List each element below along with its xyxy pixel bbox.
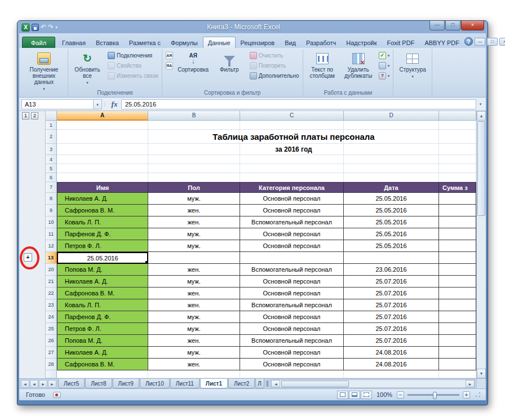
cell-A24[interactable]: Парфенов Д. Ф. [57,311,148,323]
row-header-13[interactable]: 13 [46,252,57,264]
cell-B25[interactable]: муж. [148,323,240,335]
cell-A6[interactable] [57,173,148,182]
row-header-7[interactable]: 7 [46,182,57,193]
cell-A9[interactable]: Сафронова В. М. [57,205,148,216]
cell-C8[interactable]: Основной персонал [240,193,344,205]
scroll-left-icon[interactable]: ◄ [271,380,280,387]
cell-B23[interactable]: жен. [148,299,240,311]
cell-C12[interactable]: Основной персонал [240,240,344,252]
cell-A1[interactable] [57,121,148,130]
sort-button[interactable]: АЯ ↓ Сортировка [176,50,211,89]
cell-E10[interactable] [439,216,476,228]
properties-button[interactable]: Свойства [106,61,160,70]
name-box-dropdown-icon[interactable]: ▾ [94,99,102,109]
cell-E12[interactable] [439,240,476,252]
cell-D11[interactable]: 25.05.2016 [344,228,439,240]
what-if-button[interactable]: ? ▾ [377,71,392,81]
zoom-in-button[interactable]: + [463,391,470,399]
cell-A25[interactable]: Петров Ф. Л. [57,323,148,335]
cell-C27[interactable]: Основной персонал [240,347,344,359]
horizontal-scrollbar[interactable]: ◄ ► [271,379,475,388]
select-all-corner[interactable] [46,111,57,121]
sheet-tab-Лист5[interactable]: Лист5 [58,379,85,388]
row-header-12[interactable]: 12 [46,240,57,252]
cell-A28[interactable]: Сафронова В. М. [57,359,148,370]
cell-A7[interactable]: Имя [57,182,148,193]
cell-D26[interactable]: 25.07.2016 [344,335,439,347]
ribbon-tab-Foxit PDF[interactable]: Foxit PDF [382,37,419,48]
sheet-tab-Лист8[interactable]: Лист8 [85,379,112,388]
cell-E26[interactable] [439,335,476,347]
cell-C4[interactable] [240,155,344,164]
ribbon-tab-Вставка[interactable]: Вставка [91,37,124,48]
ribbon-tab-ABBYY PDF[interactable]: ABBYY PDF [419,37,464,48]
cell-E5[interactable] [439,164,476,173]
cell-A3[interactable] [57,144,148,155]
refresh-all-button[interactable]: ↻ Обновить все ▾ [70,50,105,89]
sheet-tab-Лист2[interactable]: Лист2 [228,379,255,388]
cell-D21[interactable]: 25.07.2016 [344,276,439,288]
get-external-data-button[interactable]: Получение внешних данных ▾ [22,50,66,92]
cell-A4[interactable] [57,155,148,164]
doc-restore-icon[interactable]: □ [487,38,498,46]
ribbon-tab-Рецензиров[interactable]: Рецензиров [236,37,280,48]
cell-A21[interactable]: Николаев А. Д. [57,276,148,288]
cell-A10[interactable]: Коваль Л. П. [57,216,148,228]
cell-Ex[interactable] [439,370,476,378]
scroll-down-icon[interactable]: ▼ [477,369,486,378]
row-header-5[interactable]: 5 [46,164,57,173]
cell-Dx[interactable] [344,370,439,378]
row-header-partial[interactable] [46,370,57,378]
cell-A22[interactable]: Сафронова В. М. [57,288,148,299]
cell-E13[interactable] [439,252,476,264]
text-to-columns-button[interactable]: Текст по столбцам [305,50,340,89]
outline-expand-button[interactable]: + [24,253,32,262]
cell-C26[interactable]: Вспомогательный персонал [240,335,344,347]
ribbon-tab-Разметка с[interactable]: Разметка с [124,37,166,48]
cell-C24[interactable]: Основной персонал [240,311,344,323]
scroll-right-icon[interactable]: ► [466,380,475,387]
cell-D25[interactable]: 25.07.2016 [344,323,439,335]
cell-Bx[interactable] [148,370,240,378]
cell-E7[interactable]: Сумма з [439,182,476,193]
column-header-D[interactable]: D [344,111,439,121]
cell-A5[interactable] [57,164,148,173]
data-validation-button[interactable]: ✓ ▾ [377,51,392,60]
cell-C13[interactable] [240,252,344,264]
cell-B24[interactable]: муж. [148,311,240,323]
zoom-slider[interactable] [407,394,459,396]
sheet-nav-prev-icon[interactable]: ◄ [30,380,38,388]
cell-C6[interactable] [240,173,344,182]
redo-icon[interactable]: ↷ [48,23,54,31]
row-header-21[interactable]: 21 [46,276,57,288]
row-header-3[interactable]: 3 [46,144,57,155]
cell-C20[interactable]: Вспомогательный персонал [240,264,344,276]
cell-E27[interactable] [439,347,476,359]
doc-close-icon[interactable]: × [499,38,505,46]
row-header-1[interactable]: 1 [46,121,57,130]
cell-D20[interactable]: 23.06.2016 [344,264,439,276]
column-header-C[interactable]: C [240,111,344,121]
cell-D22[interactable]: 25.07.2016 [344,288,439,299]
outline-level-2-button[interactable]: 2 [31,112,38,120]
cell-E11[interactable] [439,228,476,240]
cell-E9[interactable] [439,205,476,216]
cell-A23[interactable]: Коваль Л. П. [57,299,148,311]
ribbon-tab-Данные[interactable]: Данные [203,37,236,48]
cell-C28[interactable]: Основной персонал [240,359,344,370]
cell-D8[interactable]: 25.05.2016 [344,193,439,205]
tab-file[interactable]: Файл [22,37,55,48]
sheet-tab-Лист10[interactable]: Лист10 [140,379,170,388]
cell-D12[interactable]: 25.05.2016 [344,240,439,252]
cell-B27[interactable]: муж. [148,347,240,359]
ribbon-tab-Надстройк[interactable]: Надстройк [341,37,382,48]
zoom-slider-thumb[interactable] [433,392,437,399]
ribbon-tab-Главная[interactable]: Главная [57,37,91,48]
cell-E24[interactable] [439,311,476,323]
row-header-26[interactable]: 26 [46,335,57,347]
ribbon-tab-Вид[interactable]: Вид [280,37,301,48]
cell-B7[interactable]: Пол [148,182,240,193]
cell-D10[interactable]: 25.05.2016 [344,216,439,228]
cell-D28[interactable]: 24.08.2016 [344,359,439,370]
help-icon[interactable]: ? [464,37,473,46]
